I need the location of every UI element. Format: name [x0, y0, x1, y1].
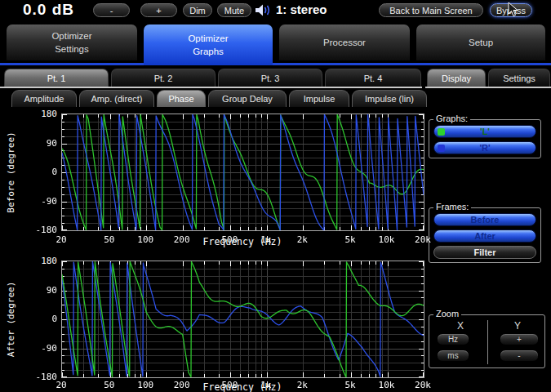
y-tick-label: 180: [28, 256, 57, 266]
x-tick-label: 2k: [288, 234, 316, 245]
dim-button[interactable]: Dim: [183, 3, 212, 17]
back-to-main-screen-button[interactable]: Back to Main Screen: [379, 3, 483, 17]
x-tick-label: 20: [47, 380, 75, 390]
x-tick-label: 50: [96, 380, 123, 390]
tab-processor[interactable]: Processor: [279, 24, 410, 60]
x-tick-label: 5k: [336, 234, 364, 245]
frames-group: Frames: Before After Filter: [429, 207, 541, 263]
mouse-cursor: [508, 2, 518, 17]
graph-l-indicator: [438, 128, 445, 136]
x-tick-label: 20: [47, 234, 75, 245]
source-label: 1: stereo: [276, 2, 327, 16]
zoom-y-minus-button[interactable]: -: [500, 350, 539, 362]
zoom-x-column-label: X: [452, 320, 469, 332]
graph-l-toggle-button[interactable]: 'L': [433, 125, 536, 138]
x-tick-label: 10k: [373, 380, 401, 390]
x-tick-label: 200: [168, 380, 196, 390]
y-tick-label: 90: [28, 138, 57, 149]
tab-pt-2[interactable]: Pt. 2: [111, 69, 216, 87]
x-tick-label: 500: [216, 380, 243, 390]
tab-pt-4[interactable]: Pt. 4: [325, 69, 421, 87]
x-tick-label: 50: [96, 234, 123, 245]
frame-after-toggle-button[interactable]: After: [433, 229, 536, 243]
x-tick-label: 100: [131, 380, 159, 390]
graph-r-toggle-button[interactable]: 'R': [433, 141, 536, 154]
x-tick-label: 10k: [373, 234, 401, 245]
tab-setup[interactable]: Setup: [416, 24, 545, 60]
x-tick-label: 1k: [252, 380, 280, 390]
y-tick-label: -90: [28, 196, 57, 207]
graphs-group-legend: Graphs:: [433, 114, 470, 123]
tab-pt-1[interactable]: Pt. 1: [4, 69, 109, 87]
zoom-y-plus-button[interactable]: +: [500, 333, 539, 345]
preset-tabs-underline: [0, 87, 422, 88]
x-tick-label: 500: [216, 234, 243, 245]
x-tick-label: 2k: [288, 380, 316, 390]
y-tick-label: 90: [28, 285, 57, 296]
before-phase-plot: [61, 114, 424, 231]
x-tick-label: 100: [131, 234, 159, 245]
x-tick-label: 200: [168, 234, 196, 245]
x-tick-label: 20k: [409, 380, 437, 390]
frame-before-toggle-button[interactable]: Before: [433, 213, 536, 226]
zoom-group-legend: Zoom: [433, 309, 461, 318]
volume-minus-button[interactable]: -: [93, 3, 130, 17]
volume-plus-button[interactable]: +: [140, 3, 177, 17]
y-tick-label: 0: [28, 314, 57, 324]
zoom-x-ms-button[interactable]: ms: [437, 350, 469, 362]
graph-l-label: 'L': [480, 127, 490, 136]
y-tick-label: 180: [28, 109, 57, 119]
tab-settings[interactable]: Settings: [488, 69, 550, 87]
graphs-group: Graphs: 'L' 'R': [429, 119, 541, 158]
x-tick-label: 20k: [409, 234, 437, 245]
after-plot-y-axis-title: After (degree): [6, 262, 17, 376]
y-tick-label: -90: [28, 343, 57, 354]
after-phase-plot: [61, 261, 424, 378]
tab-phase[interactable]: Phase: [157, 90, 206, 107]
tab-amplitude[interactable]: Amplitude: [11, 90, 77, 107]
app-screen: 0.0 dB - + Dim Mute 1: stereo Back to Ma…: [0, 0, 551, 392]
graph-r-label: 'R': [479, 143, 490, 153]
graph-r-indicator: [438, 145, 445, 152]
side-tabs-underline: [425, 87, 551, 88]
zoom-group: Zoom X Y Hz ms + -: [429, 314, 545, 368]
tab-optimizer-settings[interactable]: Optimizer Settings: [7, 24, 137, 60]
speaker-icon: [255, 3, 273, 17]
zoom-y-column-label: Y: [509, 320, 526, 332]
tab-pt-3[interactable]: Pt. 3: [218, 69, 322, 87]
x-tick-label: 1k: [252, 234, 280, 245]
zoom-group-divider: [487, 320, 488, 364]
tab-impulse[interactable]: Impulse: [289, 90, 349, 107]
frame-filter-toggle-button[interactable]: Filter: [433, 246, 536, 259]
tab-amp-direct[interactable]: Amp. (direct): [79, 90, 154, 107]
before-plot-y-axis-title: Before (degree): [6, 115, 17, 229]
mute-button[interactable]: Mute: [217, 3, 251, 17]
frames-group-legend: Frames:: [433, 202, 471, 212]
tab-optimizer-graphs[interactable]: Optimizer Graphs: [144, 24, 273, 65]
x-tick-label: 5k: [336, 380, 364, 390]
tab-impulse-lin[interactable]: Impulse (lin): [352, 90, 427, 107]
active-tab-rule: [0, 63, 551, 65]
tab-display[interactable]: Display: [427, 69, 486, 87]
zoom-x-hz-button[interactable]: Hz: [437, 333, 469, 345]
tab-group-delay[interactable]: Group Delay: [208, 90, 287, 107]
y-tick-label: 0: [28, 167, 57, 177]
master-volume-value: 0.0 dB: [23, 1, 74, 19]
